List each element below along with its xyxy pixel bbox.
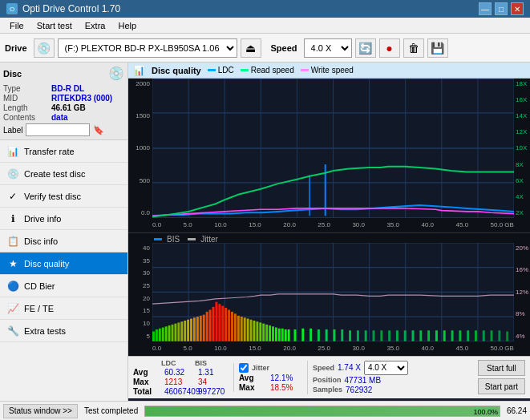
stat-ldc-total: 46067409 — [164, 387, 195, 396]
svg-rect-98 — [435, 330, 438, 341]
verify-test-disc-icon: ✓ — [6, 190, 19, 203]
disc-info-icon: 📋 — [6, 235, 19, 248]
svg-rect-91 — [380, 330, 382, 341]
svg-rect-46 — [184, 321, 186, 341]
delete-button[interactable]: 🗑 — [403, 38, 424, 58]
svg-rect-51 — [200, 316, 202, 341]
bottom-chart-x-labels: 0.0 5.0 10.0 15.0 20.0 25.0 30.0 35.0 40… — [152, 341, 514, 356]
menu-file[interactable]: File — [3, 19, 30, 32]
menu-help[interactable]: Help — [111, 19, 143, 32]
svg-rect-81 — [301, 329, 304, 341]
svg-rect-36 — [152, 331, 155, 341]
disc-contents-row: Contents data — [3, 113, 124, 122]
speed-value: 1.74 X — [338, 363, 361, 372]
save-button[interactable]: 💾 — [427, 38, 448, 58]
x-label-20: 20.0 — [283, 221, 296, 228]
stat-total-row: Total 46067409 997270 — [133, 387, 229, 396]
sidebar-item-fe-te[interactable]: 📈 FE / TE — [0, 297, 127, 320]
sidebar-item-drive-info[interactable]: ℹ Drive info — [0, 208, 127, 230]
disc-contents-value: data — [51, 113, 68, 122]
y2-label-10x: 10X — [514, 144, 530, 151]
sidebar-item-label-extra-tests: Extra tests — [24, 326, 66, 336]
drive-info-icon: ℹ — [6, 212, 19, 225]
svg-rect-87 — [349, 330, 351, 341]
edit-label-icon[interactable]: 🔖 — [93, 125, 104, 135]
bx-label-25: 25.0 — [318, 345, 330, 352]
speed-dropdown[interactable]: 4.0 X — [364, 361, 408, 375]
by2-label-16pct: 16% — [514, 266, 530, 273]
svg-rect-41 — [168, 325, 171, 341]
title-bar-controls: — □ ✕ — [479, 2, 524, 15]
jitter-header-row: Jitter — [239, 363, 302, 373]
extra-tests-icon: 🔧 — [6, 325, 19, 337]
drive-select[interactable]: (F:) PLEXTOR BD-R PX-LB950SA 1.06 — [58, 38, 237, 58]
sidebar-item-create-test-disc[interactable]: 💿 Create test disc — [0, 163, 127, 185]
jitter-col: Jitter Avg 12.1% Max 18.5% — [233, 363, 302, 392]
record-button[interactable]: ● — [379, 38, 400, 58]
svg-rect-52 — [203, 315, 205, 341]
sidebar-item-disc-info[interactable]: 📋 Disc info — [0, 230, 127, 252]
bottom-chart: BIS Jitter 40 35 30 25 20 15 10 5 — [128, 233, 530, 356]
svg-rect-86 — [341, 329, 343, 341]
svg-rect-106 — [498, 330, 500, 341]
cd-bier-icon: 🔵 — [6, 280, 19, 293]
svg-rect-89 — [365, 330, 367, 341]
x-label-40: 40.0 — [421, 221, 434, 228]
bx-label-15: 15.0 — [249, 345, 261, 352]
position-row: Position 47731 MB — [313, 376, 408, 385]
y2-label-14x: 14X — [514, 112, 530, 119]
svg-rect-96 — [419, 330, 422, 341]
drive-icon-btn[interactable]: 💿 — [34, 38, 55, 58]
sidebar-item-label-drive-info: Drive info — [24, 214, 61, 224]
by2-label-12pct: 12% — [514, 289, 530, 296]
menu-extra[interactable]: Extra — [79, 19, 112, 32]
minimize-button[interactable]: — — [479, 2, 492, 15]
svg-rect-72 — [265, 325, 268, 341]
jitter-checkbox[interactable] — [239, 363, 249, 373]
bottom-chart-svg — [152, 243, 514, 341]
start-full-button[interactable]: Start full — [478, 360, 525, 376]
close-button[interactable]: ✕ — [511, 2, 524, 15]
sidebar-item-transfer-rate[interactable]: 📊 Transfer rate — [0, 140, 127, 163]
speed-select[interactable]: 4.0 X — [304, 38, 352, 58]
sidebar-item-cd-bier[interactable]: 🔵 CD Bier — [0, 275, 127, 297]
top-chart-x-labels: 0.0 5.0 10.0 15.0 20.0 25.0 30.0 35.0 40… — [152, 218, 514, 232]
svg-rect-67 — [250, 320, 253, 341]
disc-label-input[interactable] — [26, 123, 90, 136]
refresh-button[interactable]: 🔄 — [355, 38, 376, 58]
svg-rect-103 — [475, 330, 477, 341]
x-label-50: 50.0 GB — [491, 221, 514, 228]
y-label-500: 500 — [128, 177, 152, 184]
menu-start-test[interactable]: Start test — [30, 19, 79, 32]
fe-te-icon: 📈 — [6, 302, 19, 315]
start-part-button[interactable]: Start part — [478, 378, 525, 394]
sidebar-item-disc-quality[interactable]: ★ Disc quality — [0, 252, 127, 275]
legend-write-speed: Write speed — [301, 66, 354, 75]
svg-rect-104 — [483, 330, 485, 341]
disc-cd-icon: 💿 — [108, 66, 124, 81]
y2-label-12x: 12X — [514, 128, 530, 135]
x-label-45: 45.0 — [456, 221, 469, 228]
stat-header-bis: BIS — [195, 359, 225, 367]
sidebar-item-extra-tests[interactable]: 🔧 Extra tests — [0, 320, 127, 342]
disc-mid-row: MID RITEKDR3 (000) — [3, 94, 124, 103]
by2-label-4pct: 4% — [514, 333, 530, 340]
svg-rect-42 — [172, 325, 174, 341]
status-time: 66.24 — [507, 406, 527, 415]
jitter-max-label: Max — [239, 383, 267, 392]
by-label-35: 35 — [128, 257, 152, 265]
progress-percent: 100.0% — [473, 406, 498, 417]
sidebar-item-verify-test-disc[interactable]: ✓ Verify test disc — [0, 185, 127, 208]
bottom-legend: BIS Jitter — [154, 235, 218, 244]
svg-rect-107 — [506, 331, 508, 341]
samples-label: Samples — [313, 386, 342, 394]
x-label-5: 5.0 — [184, 221, 192, 228]
maximize-button[interactable]: □ — [495, 2, 508, 15]
bx-label-10: 10.0 — [214, 345, 227, 352]
status-window-button[interactable]: Status window >> — [3, 404, 78, 418]
eject-button[interactable]: ⏏ — [241, 38, 261, 58]
legend-read-speed: Read speed — [241, 66, 294, 75]
svg-rect-78 — [285, 329, 287, 341]
by-label-20: 20 — [128, 295, 152, 302]
svg-rect-63 — [237, 316, 240, 341]
